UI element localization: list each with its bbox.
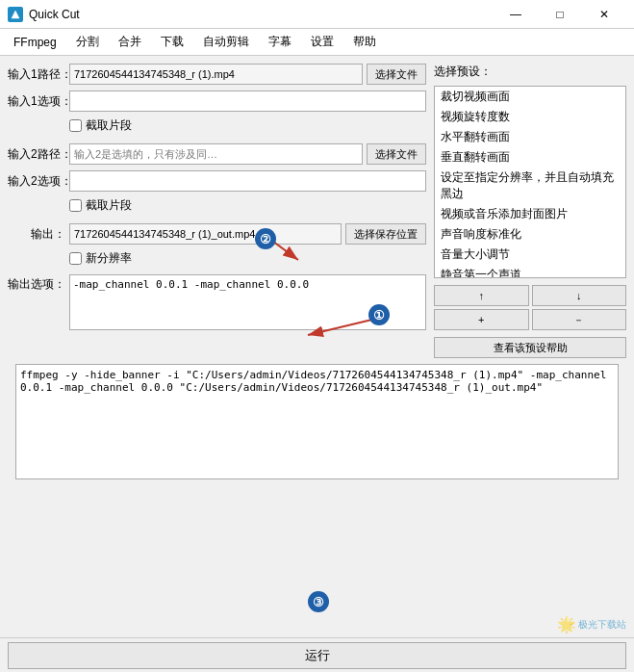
input2-clip-label: 截取片段 [86, 197, 132, 214]
input1-clip-label: 截取片段 [86, 117, 132, 134]
new-resolution-checkbox[interactable] [69, 252, 82, 265]
new-resolution-label: 新分辨率 [86, 250, 132, 267]
window-controls: — □ ✕ [494, 0, 626, 29]
preset-item-4[interactable]: 设定至指定分辨率，并且自动填充黑边 [435, 168, 625, 204]
input2-path-label: 输入2路径： [8, 146, 65, 163]
preset-item-7[interactable]: 音量大小调节 [435, 245, 625, 265]
output-save-button[interactable]: 选择保存位置 [345, 223, 426, 245]
preset-remove-button[interactable]: － [532, 309, 627, 330]
svg-marker-0 [12, 11, 19, 18]
preset-buttons: ↑ ↓ + － [434, 285, 626, 330]
menu-item-字幕[interactable]: 字幕 [259, 30, 301, 54]
console-text: ffmpeg -y -hide_banner -i "C:/Users/admi… [20, 369, 606, 394]
input1-path-label: 输入1路径： [8, 66, 65, 83]
app-title: Quick Cut [29, 8, 80, 21]
input1-path-field[interactable] [69, 64, 363, 85]
preset-item-6[interactable]: 声音响度标准化 [435, 224, 625, 245]
input2-select-button[interactable]: 选择文件 [367, 143, 426, 165]
badge-2: ② [255, 228, 276, 249]
console-output: ffmpeg -y -hide_banner -i "C:/Users/admi… [15, 364, 619, 479]
menu-item-自动剪辑[interactable]: 自动剪辑 [193, 30, 259, 54]
input1-options-field[interactable] [69, 90, 426, 112]
input2-options-field[interactable] [69, 170, 426, 192]
preset-down-button[interactable]: ↓ [532, 285, 627, 306]
input1-select-button[interactable]: 选择文件 [367, 64, 426, 85]
minimize-button[interactable]: — [494, 0, 538, 29]
preset-help-button[interactable]: 查看该预设帮助 [434, 337, 626, 358]
input2-options-label: 输入2选项： [8, 173, 65, 190]
badge-1: ① [368, 304, 390, 325]
maximize-button[interactable]: □ [538, 0, 582, 29]
preset-item-5[interactable]: 视频或音乐添加封面图片 [435, 204, 625, 224]
menu-item-下载[interactable]: 下载 [151, 30, 193, 54]
preset-item-3[interactable]: 垂直翻转画面 [435, 147, 625, 168]
preset-add-button[interactable]: + [434, 309, 529, 330]
preset-item-8[interactable]: 静音第一个声道 [435, 265, 625, 278]
input1-options-label: 输入1选项： [8, 93, 65, 110]
right-panel: 选择预设： 裁切视频画面视频旋转度数水平翻转画面垂直翻转画面设定至指定分辨率，并… [434, 64, 626, 358]
close-button[interactable]: ✕ [582, 0, 626, 29]
menu-item-FFmpeg[interactable]: FFmpeg [4, 32, 66, 53]
preset-up-button[interactable]: ↑ [434, 285, 529, 306]
preset-item-0[interactable]: 裁切视频画面 [435, 87, 625, 107]
input2-clip-checkbox[interactable] [69, 199, 82, 212]
left-panel: 输入1路径： 选择文件 输入1选项： 截取片段 输入2路径： 选择文件 输入2选… [8, 64, 426, 358]
menu-item-设置[interactable]: 设置 [301, 30, 343, 54]
watermark: 🌟 极光下载站 [557, 615, 626, 633]
output-options-label: 输出选项： [8, 274, 65, 293]
input1-clip-checkbox[interactable] [69, 119, 82, 132]
menu-item-帮助[interactable]: 帮助 [343, 30, 386, 54]
menu-bar: FFmpeg分割合并下载自动剪辑字幕设置帮助 [0, 29, 634, 56]
preset-list: 裁切视频画面视频旋转度数水平翻转画面垂直翻转画面设定至指定分辨率，并且自动填充黑… [434, 86, 626, 278]
run-button[interactable]: 运行 [8, 642, 626, 669]
output-field[interactable] [69, 223, 342, 245]
input2-path-field[interactable] [69, 143, 363, 165]
preset-label: 选择预设： [434, 64, 626, 80]
preset-item-1[interactable]: 视频旋转度数 [435, 107, 625, 127]
preset-item-2[interactable]: 水平翻转画面 [435, 127, 625, 147]
output-label: 输出： [8, 226, 65, 243]
app-icon [8, 7, 23, 22]
menu-item-分割[interactable]: 分割 [66, 30, 109, 54]
badge-3: ③ [308, 591, 329, 612]
menu-item-合并[interactable]: 合并 [109, 30, 151, 54]
